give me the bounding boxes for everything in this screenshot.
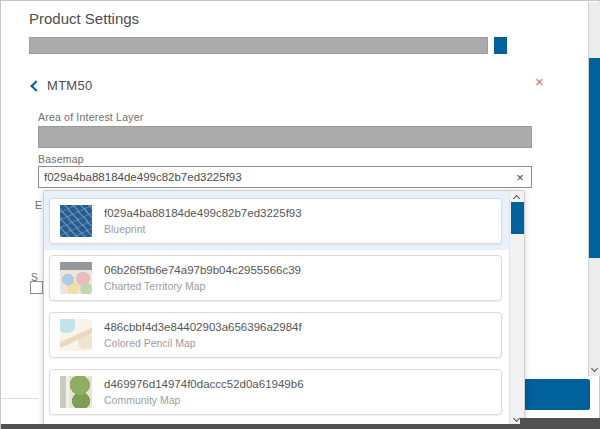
basemap-option-blueprint[interactable]: f029a4ba88184de499c82b7ed3225f93 Bluepri… xyxy=(49,198,502,244)
primary-action-button[interactable] xyxy=(524,379,590,410)
header-accent-square xyxy=(494,37,507,54)
chevron-left-icon xyxy=(30,80,41,91)
basemap-field: × xyxy=(38,166,532,188)
page-title: Product Settings xyxy=(29,10,139,27)
dropdown-scrollbar-thumb[interactable] xyxy=(511,202,524,234)
basemap-thumbnail-colored-pencil xyxy=(60,319,92,351)
window-scrollbar[interactable] xyxy=(588,2,600,376)
window-scrollbar-thumb[interactable] xyxy=(589,58,600,258)
scroll-down-icon[interactable] xyxy=(591,365,598,372)
back-button-label: MTM50 xyxy=(47,78,93,93)
scroll-up-icon[interactable] xyxy=(513,195,520,202)
basemap-option-community[interactable]: d469976d14974f0daccc52d0a61949b6 Communi… xyxy=(49,369,502,415)
occluded-checkbox[interactable] xyxy=(30,281,43,294)
basemap-option-colored-pencil[interactable]: 486cbbf4d3e84402903a656396a2984f Colored… xyxy=(49,312,502,358)
basemap-option-id: 06b26f5fb6e74a97b9b04c2955566c39 xyxy=(104,264,301,276)
basemap-dropdown: f029a4ba88184de499c82b7ed3225f93 Bluepri… xyxy=(43,190,525,428)
clear-input-icon[interactable]: × xyxy=(509,170,531,185)
list-item[interactable]: 486cbbf4d3e84402903a656396a2984f Colored… xyxy=(44,307,509,364)
list-item[interactable]: f029a4ba88184de499c82b7ed3225f93 Bluepri… xyxy=(44,191,509,250)
basemap-option-name: Colored Pencil Map xyxy=(104,337,302,349)
list-item[interactable]: 06b26f5fb6e74a97b9b04c2955566c39 Charted… xyxy=(44,250,509,307)
dropdown-scrollbar[interactable] xyxy=(509,191,524,427)
basemap-dropdown-list: f029a4ba88184de499c82b7ed3225f93 Bluepri… xyxy=(44,191,509,427)
basemap-option-charted-territory[interactable]: 06b26f5fb6e74a97b9b04c2955566c39 Charted… xyxy=(49,255,502,301)
basemap-option-id: 486cbbf4d3e84402903a656396a2984f xyxy=(104,321,302,333)
aoi-layer-label: Area of Interest Layer xyxy=(38,111,143,123)
redacted-header-bar xyxy=(29,37,488,54)
basemap-thumbnail-blueprint xyxy=(60,205,92,237)
close-icon[interactable]: × xyxy=(535,74,544,89)
window-bottom-edge xyxy=(1,424,600,429)
basemap-label: Basemap xyxy=(38,153,84,165)
basemap-option-id: d469976d14974f0daccc52d0a61949b6 xyxy=(104,378,304,390)
list-item[interactable]: d469976d14974f0daccc52d0a61949b6 Communi… xyxy=(44,364,509,421)
window-bottom-edge-right xyxy=(520,418,600,425)
basemap-option-name: Community Map xyxy=(104,394,304,406)
basemap-thumbnail-charted-territory xyxy=(60,262,92,294)
occluded-label-fragment-e: E xyxy=(35,199,42,211)
product-settings-window: Product Settings MTM50 × Area of Interes… xyxy=(0,0,600,429)
basemap-option-name: Blueprint xyxy=(104,223,302,235)
basemap-option-id: f029a4ba88184de499c82b7ed3225f93 xyxy=(104,207,302,219)
basemap-thumbnail-community xyxy=(60,376,92,408)
aoi-layer-input[interactable] xyxy=(38,126,532,148)
basemap-input[interactable] xyxy=(39,167,509,187)
occluded-divider xyxy=(2,398,38,399)
back-button[interactable]: MTM50 xyxy=(32,78,93,93)
basemap-option-name: Charted Territory Map xyxy=(104,280,301,292)
scroll-down-icon[interactable] xyxy=(513,415,520,422)
